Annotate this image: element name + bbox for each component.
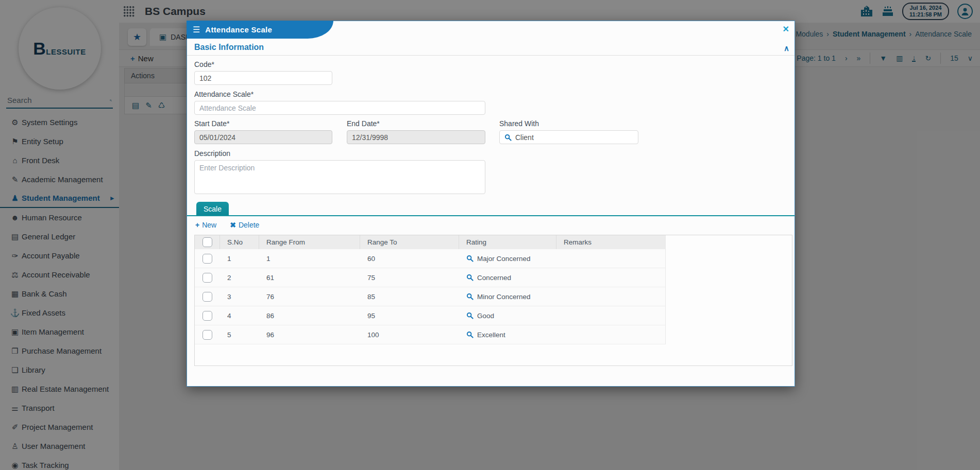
cell-rating[interactable]: Concerned [459, 268, 556, 287]
shared-with-value: Client [515, 133, 534, 142]
shared-with-field[interactable]: Client [499, 130, 638, 144]
cell-remarks [556, 287, 665, 306]
attendance-scale-field-group: Attendance Scale* [194, 90, 485, 115]
cell-range-from: 1 [259, 249, 360, 268]
cell-range-to: 100 [360, 325, 459, 344]
cell-rating[interactable]: Good [459, 306, 556, 325]
row-checkbox[interactable] [202, 292, 212, 302]
row-checkbox[interactable] [202, 311, 212, 321]
end-date-field [347, 130, 485, 144]
plus-icon: + [195, 221, 199, 229]
cell-range-to: 85 [360, 287, 459, 306]
cell-rating[interactable]: Excellent [459, 325, 556, 344]
description-field-group: Description [194, 149, 485, 196]
code-label: Code* [194, 60, 332, 68]
rating-value: Excellent [477, 331, 505, 339]
section-divider [187, 55, 795, 56]
x-icon: ✖ [230, 221, 236, 229]
attendance-scale-field[interactable] [194, 101, 485, 115]
cell-sno: 1 [219, 249, 259, 268]
table-row: 3 76 85 Minor Concerned [195, 287, 665, 306]
description-field[interactable] [194, 160, 485, 194]
cell-remarks [556, 268, 665, 287]
cell-rating[interactable]: Major Concerned [459, 249, 556, 268]
select-all-checkbox[interactable] [202, 237, 212, 247]
code-field-group: Code* [194, 60, 332, 85]
attendance-scale-label: Attendance Scale* [194, 90, 485, 98]
table-row: 5 96 100 Excellent [195, 325, 665, 344]
scale-table-inner: S.No Range From Range To Rating Remarks … [195, 235, 666, 344]
end-date-field-group: End Date* [347, 119, 485, 144]
rating-value: Major Concerned [477, 255, 531, 263]
row-checkbox[interactable] [202, 254, 212, 264]
rating-value: Good [477, 312, 494, 320]
scale-table-header: S.No Range From Range To Rating Remarks [195, 235, 665, 249]
cell-range-from: 61 [259, 268, 360, 287]
rating-value: Concerned [477, 274, 511, 282]
rating-lookup-icon [466, 274, 474, 281]
close-icon[interactable]: ✕ [783, 24, 789, 34]
scale-toolbar: +New ✖Delete [195, 221, 259, 229]
scale-table: S.No Range From Range To Rating Remarks … [194, 235, 792, 366]
tab-underline [187, 215, 795, 216]
shared-with-label: Shared With [499, 119, 638, 128]
header-rating: Rating [459, 235, 556, 249]
scale-new-label: New [202, 221, 216, 229]
table-row: 4 86 95 Good [195, 306, 665, 325]
code-field[interactable] [194, 71, 332, 85]
rating-lookup-icon [466, 293, 474, 300]
tab-scale[interactable]: Scale [196, 202, 229, 216]
modal-title-bar: ☰ Attendance Scale [187, 21, 308, 39]
cell-remarks [556, 306, 665, 325]
start-date-label: Start Date* [194, 119, 332, 128]
header-remarks: Remarks [556, 235, 665, 249]
row-checkbox[interactable] [202, 273, 212, 283]
scale-delete-label: Delete [239, 221, 259, 229]
scale-delete-button[interactable]: ✖Delete [230, 221, 259, 229]
attendance-scale-modal: ☰ Attendance Scale ✕ ∧ Basic Information… [187, 21, 795, 387]
header-range-from: Range From [259, 235, 360, 249]
cell-sno: 3 [219, 287, 259, 306]
collapse-section-icon[interactable]: ∧ [784, 44, 789, 53]
cell-range-to: 95 [360, 306, 459, 325]
description-label: Description [194, 149, 485, 158]
cell-range-to: 75 [360, 268, 459, 287]
header-range-to: Range To [360, 235, 459, 249]
table-row: 1 1 60 Major Concerned [195, 249, 665, 268]
modal-title: Attendance Scale [205, 25, 272, 34]
cell-range-from: 96 [259, 325, 360, 344]
cell-sno: 5 [219, 325, 259, 344]
scale-new-button[interactable]: +New [195, 221, 216, 229]
start-date-field-group: Start Date* [194, 119, 332, 144]
rating-lookup-icon [466, 255, 474, 262]
basic-information-heading: Basic Information [194, 43, 264, 52]
end-date-label: End Date* [347, 119, 485, 128]
cell-rating[interactable]: Minor Concerned [459, 287, 556, 306]
start-date-field [194, 130, 332, 144]
tab-scale-label: Scale [204, 205, 222, 213]
cell-range-from: 76 [259, 287, 360, 306]
rating-lookup-icon [466, 312, 474, 319]
row-checkbox[interactable] [202, 330, 212, 340]
cell-range-to: 60 [360, 249, 459, 268]
rating-lookup-icon [466, 331, 474, 338]
shared-with-field-group: Shared With Client [499, 119, 638, 144]
cell-sno: 4 [219, 306, 259, 325]
lookup-icon [504, 134, 512, 141]
cell-remarks [556, 249, 665, 268]
header-sno: S.No [219, 235, 259, 249]
modal-title-ribbon-tail [308, 21, 333, 39]
rating-value: Minor Concerned [477, 293, 531, 301]
cell-range-from: 86 [259, 306, 360, 325]
menu-icon[interactable]: ☰ [193, 25, 200, 34]
table-row: 2 61 75 Concerned [195, 268, 665, 287]
cell-remarks [556, 325, 665, 344]
cell-sno: 2 [219, 268, 259, 287]
